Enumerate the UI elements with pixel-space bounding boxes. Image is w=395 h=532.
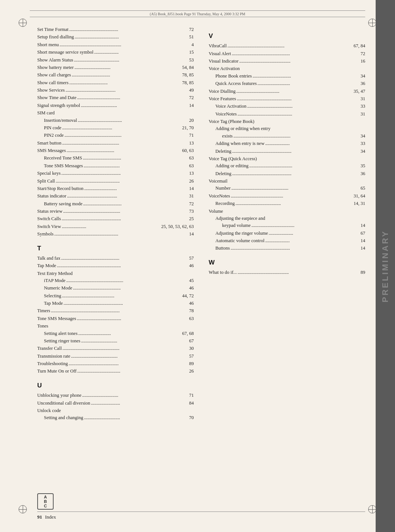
entry-page: 31 bbox=[189, 193, 194, 200]
entry-dots: ...................................... bbox=[78, 117, 188, 124]
entry-page: 71 bbox=[189, 132, 194, 139]
entry-page: 30 bbox=[189, 345, 194, 352]
list-item: Adding or editing.......................… bbox=[209, 162, 366, 170]
entry-text: SMS Messages bbox=[37, 147, 66, 154]
list-item: Tap Mode................................… bbox=[37, 300, 194, 307]
list-item: Unconditional call diversion............… bbox=[37, 400, 194, 407]
entry-page: 26 bbox=[189, 368, 194, 375]
entry-dots: ............................... bbox=[84, 162, 188, 170]
entry-text: Show call charges bbox=[37, 72, 71, 79]
list-item: Tone SMS Messages.......................… bbox=[37, 162, 194, 170]
list-item: Turn Mute On or Off.....................… bbox=[37, 368, 194, 375]
entry-dots: ..................................... bbox=[249, 162, 360, 170]
preliminary-label: PRELIMINARY bbox=[380, 230, 390, 303]
entry-page: 31 bbox=[361, 95, 366, 102]
list-item: Timers..................................… bbox=[37, 307, 194, 315]
list-item: Short message service symbol............… bbox=[37, 49, 194, 56]
entry-dots: ........................................… bbox=[66, 277, 188, 285]
entry-dots: ................................. bbox=[83, 200, 188, 208]
entry-dots: ..................... bbox=[62, 223, 160, 231]
list-item: Voice Activation bbox=[209, 65, 366, 72]
entry-dots: ........................................… bbox=[67, 147, 182, 155]
list-item: Signal strength symbol..................… bbox=[37, 102, 194, 110]
entry-page: 49 bbox=[189, 87, 194, 94]
crosshair-bottom-left bbox=[19, 505, 27, 513]
list-item: Quick Access features...................… bbox=[209, 80, 366, 88]
entry-page: 60, 63 bbox=[182, 147, 194, 154]
entry-text: Smart button bbox=[37, 140, 61, 147]
entry-text: Tap Mode bbox=[44, 300, 63, 307]
entry-page: 65 bbox=[361, 185, 366, 192]
entry-page: 16 bbox=[361, 58, 366, 65]
entry-dots: ........................................… bbox=[237, 95, 360, 103]
list-item: Show call timers........................… bbox=[37, 79, 194, 87]
entry-dots: ....................................... bbox=[236, 200, 353, 208]
entry-page: 45 bbox=[189, 277, 194, 284]
entry-text: exists bbox=[222, 133, 233, 140]
entry-page: 13 bbox=[189, 170, 194, 177]
entry-dots: ..................... bbox=[265, 140, 360, 148]
section-header: U bbox=[37, 381, 194, 390]
list-item: Adding or editing when entry bbox=[209, 125, 366, 132]
entry-dots: ............................ bbox=[258, 80, 360, 88]
entry-text: VoiceNotes bbox=[216, 111, 237, 118]
section-header: T bbox=[37, 244, 194, 253]
entry-text: Unconditional call diversion bbox=[37, 400, 90, 407]
entry-dots: ........................................… bbox=[238, 111, 360, 118]
entry-page: 4 bbox=[191, 41, 194, 48]
entry-page: 46 bbox=[189, 262, 194, 269]
entry-page: 89 bbox=[189, 360, 194, 367]
entry-page: 84 bbox=[189, 400, 194, 407]
list-item: Volume bbox=[209, 208, 366, 215]
entry-text: iTAP Mode bbox=[44, 277, 66, 284]
entry-page: 71 bbox=[189, 392, 194, 399]
entry-text: Selecting bbox=[44, 292, 61, 300]
entry-text: keypad volume bbox=[222, 222, 251, 229]
entry-text: SIM card bbox=[37, 110, 55, 117]
list-item: Start/Stop Record button................… bbox=[37, 185, 194, 193]
entry-text: Tones bbox=[37, 323, 48, 330]
entry-text: Text Entry Method bbox=[37, 270, 73, 277]
entry-text: Switch Calls bbox=[37, 215, 61, 222]
entry-page: 14 bbox=[361, 237, 366, 244]
entry-dots: ....................................... bbox=[74, 57, 188, 64]
crosshair-top-right bbox=[368, 19, 376, 27]
entry-dots: ............................... bbox=[81, 338, 188, 345]
entry-dots: ............................ bbox=[78, 330, 181, 338]
entry-text: What to do if... bbox=[209, 269, 237, 276]
list-item: Switch Calls............................… bbox=[37, 215, 194, 223]
entry-dots: ............................... bbox=[82, 392, 188, 399]
list-item: Switch View.....................25, 50, … bbox=[37, 223, 194, 231]
entry-text: Voice Dialling bbox=[209, 88, 236, 95]
entry-page: 78 bbox=[189, 307, 194, 314]
entry-text: Adjusting the earpiece and bbox=[216, 215, 265, 222]
list-item: Received Tone SMS.......................… bbox=[37, 155, 194, 162]
entry-dots: ........................................… bbox=[64, 300, 188, 307]
list-item: Automatic volume control................… bbox=[209, 237, 366, 245]
entry-dots: ........................................… bbox=[56, 178, 188, 185]
entry-text: Voice Activation bbox=[209, 65, 240, 72]
entry-text: Tone SMS Messages bbox=[44, 162, 83, 170]
list-item: Voice Features..........................… bbox=[209, 95, 366, 103]
entry-page: 72 bbox=[189, 94, 194, 101]
entry-text: Start/Stop Record button bbox=[37, 185, 83, 192]
list-item: Unblocking your phone...................… bbox=[37, 392, 194, 399]
entry-text: Transfer Call bbox=[37, 345, 62, 352]
entry-dots: ........................................… bbox=[73, 285, 188, 292]
entry-text: Deleting bbox=[216, 148, 232, 155]
list-item: VibraCall...............................… bbox=[209, 42, 366, 50]
footer-page-number: 91 bbox=[37, 514, 42, 520]
list-item: Show Alarm Status.......................… bbox=[37, 57, 194, 64]
entry-text: Short message service symbol bbox=[37, 49, 93, 56]
list-item: Status indicator........................… bbox=[37, 193, 194, 200]
list-item: Voice Dialling..........................… bbox=[209, 88, 366, 95]
entry-dots: ........................................… bbox=[232, 170, 360, 178]
entry-text: Quick Access features bbox=[216, 80, 257, 87]
entry-page: 14 bbox=[361, 245, 366, 252]
list-item: Deleting................................… bbox=[209, 170, 366, 178]
entry-text: Show call timers bbox=[37, 79, 69, 86]
list-item: What to do if...........................… bbox=[209, 269, 366, 276]
list-item: Symbols.................................… bbox=[37, 231, 194, 238]
list-item: VoiceNotes..............................… bbox=[209, 111, 366, 118]
entry-text: Show Services bbox=[37, 87, 65, 94]
